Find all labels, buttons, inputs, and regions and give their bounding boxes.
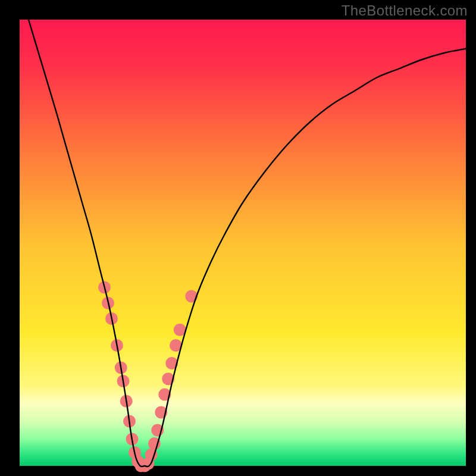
markers-group <box>98 281 198 472</box>
chart-svg <box>20 20 466 466</box>
chart-frame: TheBottleneck.com <box>0 0 476 476</box>
bottleneck-curve <box>20 0 466 466</box>
watermark-text: TheBottleneck.com <box>342 2 468 19</box>
